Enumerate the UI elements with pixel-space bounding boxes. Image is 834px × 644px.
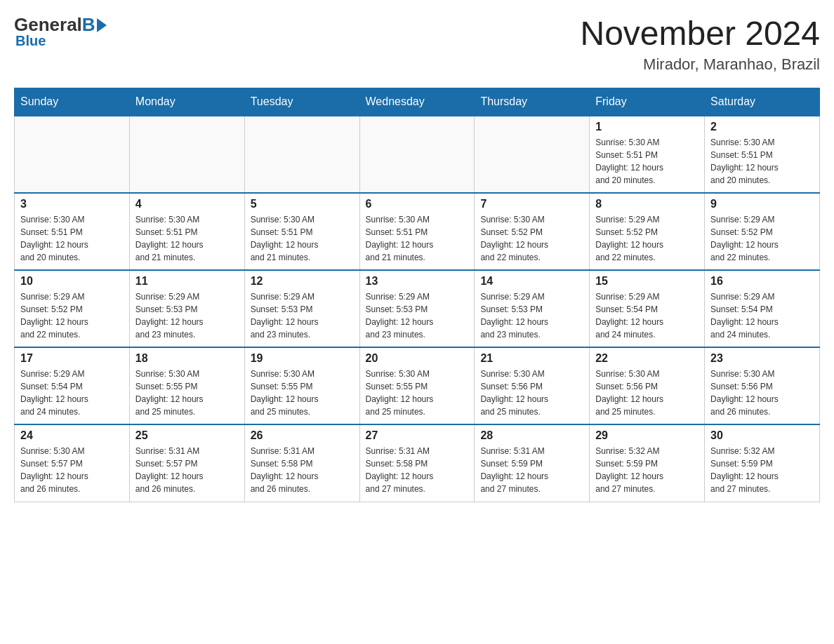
week-row-3: 10Sunrise: 5:29 AMSunset: 5:52 PMDayligh… — [15, 270, 820, 347]
calendar-cell-w3-d1: 10Sunrise: 5:29 AMSunset: 5:52 PMDayligh… — [15, 270, 130, 347]
calendar-cell-w2-d7: 9Sunrise: 5:29 AMSunset: 5:52 PMDaylight… — [705, 193, 820, 270]
day-number: 9 — [710, 198, 814, 210]
day-number: 24 — [20, 429, 124, 442]
day-number: 25 — [135, 429, 239, 442]
calendar-cell-w2-d6: 8Sunrise: 5:29 AMSunset: 5:52 PMDaylight… — [590, 193, 705, 270]
week-row-1: 1Sunrise: 5:30 AMSunset: 5:51 PMDaylight… — [15, 116, 820, 193]
calendar-cell-w3-d7: 16Sunrise: 5:29 AMSunset: 5:54 PMDayligh… — [705, 270, 820, 347]
location-title: Mirador, Maranhao, Brazil — [580, 55, 820, 74]
logo-arrow-icon — [97, 18, 107, 32]
calendar-header-row: Sunday Monday Tuesday Wednesday Thursday… — [15, 88, 820, 116]
day-number: 6 — [366, 198, 469, 210]
calendar-cell-w4-d3: 19Sunrise: 5:30 AMSunset: 5:55 PMDayligh… — [244, 347, 359, 424]
calendar-cell-w2-d3: 5Sunrise: 5:30 AMSunset: 5:51 PMDaylight… — [244, 193, 359, 270]
day-number: 20 — [366, 352, 469, 365]
day-number: 23 — [710, 352, 814, 365]
day-number: 30 — [710, 429, 814, 442]
col-thursday: Thursday — [475, 88, 590, 116]
day-info: Sunrise: 5:30 AMSunset: 5:51 PMDaylight:… — [710, 136, 814, 187]
day-number: 19 — [251, 352, 354, 365]
day-info: Sunrise: 5:29 AMSunset: 5:53 PMDaylight:… — [135, 290, 239, 341]
day-number: 15 — [595, 275, 699, 288]
col-friday: Friday — [590, 88, 705, 116]
week-row-4: 17Sunrise: 5:29 AMSunset: 5:54 PMDayligh… — [15, 347, 820, 424]
day-info: Sunrise: 5:29 AMSunset: 5:53 PMDaylight:… — [251, 290, 354, 341]
day-info: Sunrise: 5:29 AMSunset: 5:52 PMDaylight:… — [595, 213, 699, 264]
day-number: 26 — [251, 429, 354, 442]
day-info: Sunrise: 5:32 AMSunset: 5:59 PMDaylight:… — [710, 445, 814, 495]
day-info: Sunrise: 5:31 AMSunset: 5:59 PMDaylight:… — [480, 445, 583, 495]
calendar-cell-w5-d7: 30Sunrise: 5:32 AMSunset: 5:59 PMDayligh… — [705, 424, 820, 502]
calendar-cell-w1-d6: 1Sunrise: 5:30 AMSunset: 5:51 PMDaylight… — [590, 116, 705, 193]
calendar-cell-w5-d1: 24Sunrise: 5:30 AMSunset: 5:57 PMDayligh… — [15, 424, 130, 502]
calendar-cell-w3-d4: 13Sunrise: 5:29 AMSunset: 5:53 PMDayligh… — [359, 270, 475, 347]
calendar-cell-w1-d1 — [15, 116, 130, 193]
calendar-cell-w4-d7: 23Sunrise: 5:30 AMSunset: 5:56 PMDayligh… — [705, 347, 820, 424]
logo-blue-text: B — [82, 14, 107, 36]
day-info: Sunrise: 5:29 AMSunset: 5:54 PMDaylight:… — [20, 368, 124, 418]
calendar-cell-w3-d3: 12Sunrise: 5:29 AMSunset: 5:53 PMDayligh… — [244, 270, 359, 347]
day-number: 28 — [480, 429, 583, 442]
day-info: Sunrise: 5:30 AMSunset: 5:51 PMDaylight:… — [251, 213, 354, 264]
calendar-cell-w3-d2: 11Sunrise: 5:29 AMSunset: 5:53 PMDayligh… — [129, 270, 244, 347]
day-number: 3 — [20, 198, 124, 210]
col-monday: Monday — [129, 88, 244, 116]
calendar-cell-w1-d7: 2Sunrise: 5:30 AMSunset: 5:51 PMDaylight… — [705, 116, 820, 193]
calendar-cell-w5-d2: 25Sunrise: 5:31 AMSunset: 5:57 PMDayligh… — [129, 424, 244, 502]
calendar-table: Sunday Monday Tuesday Wednesday Thursday… — [14, 88, 820, 502]
day-info: Sunrise: 5:29 AMSunset: 5:53 PMDaylight:… — [480, 290, 583, 341]
day-number: 2 — [710, 121, 814, 133]
logo-subtitle: Blue — [15, 33, 46, 49]
day-info: Sunrise: 5:30 AMSunset: 5:56 PMDaylight:… — [595, 368, 699, 418]
calendar-cell-w2-d5: 7Sunrise: 5:30 AMSunset: 5:52 PMDaylight… — [475, 193, 590, 270]
day-info: Sunrise: 5:29 AMSunset: 5:52 PMDaylight:… — [710, 213, 814, 264]
day-info: Sunrise: 5:30 AMSunset: 5:51 PMDaylight:… — [595, 136, 699, 187]
col-tuesday: Tuesday — [244, 88, 359, 116]
calendar-cell-w3-d6: 15Sunrise: 5:29 AMSunset: 5:54 PMDayligh… — [590, 270, 705, 347]
day-number: 10 — [20, 275, 124, 288]
day-info: Sunrise: 5:30 AMSunset: 5:55 PMDaylight:… — [251, 368, 354, 418]
col-saturday: Saturday — [705, 88, 820, 116]
day-number: 11 — [135, 275, 239, 288]
calendar-cell-w4-d4: 20Sunrise: 5:30 AMSunset: 5:55 PMDayligh… — [359, 347, 475, 424]
day-number: 27 — [366, 429, 469, 442]
day-info: Sunrise: 5:30 AMSunset: 5:51 PMDaylight:… — [366, 213, 469, 264]
calendar-cell-w4-d5: 21Sunrise: 5:30 AMSunset: 5:56 PMDayligh… — [475, 347, 590, 424]
calendar-cell-w2-d4: 6Sunrise: 5:30 AMSunset: 5:51 PMDaylight… — [359, 193, 475, 270]
day-info: Sunrise: 5:30 AMSunset: 5:56 PMDaylight:… — [480, 368, 583, 418]
day-info: Sunrise: 5:30 AMSunset: 5:51 PMDaylight:… — [135, 213, 239, 264]
day-info: Sunrise: 5:29 AMSunset: 5:54 PMDaylight:… — [710, 290, 814, 341]
week-row-2: 3Sunrise: 5:30 AMSunset: 5:51 PMDaylight… — [15, 193, 820, 270]
day-number: 16 — [710, 275, 814, 288]
col-wednesday: Wednesday — [359, 88, 475, 116]
day-info: Sunrise: 5:29 AMSunset: 5:54 PMDaylight:… — [595, 290, 699, 341]
day-info: Sunrise: 5:30 AMSunset: 5:57 PMDaylight:… — [20, 445, 124, 495]
day-number: 13 — [366, 275, 469, 288]
calendar-cell-w4-d6: 22Sunrise: 5:30 AMSunset: 5:56 PMDayligh… — [590, 347, 705, 424]
calendar-cell-w1-d2 — [129, 116, 244, 193]
day-info: Sunrise: 5:31 AMSunset: 5:57 PMDaylight:… — [135, 445, 239, 495]
day-number: 8 — [595, 198, 699, 210]
calendar-cell-w5-d6: 29Sunrise: 5:32 AMSunset: 5:59 PMDayligh… — [590, 424, 705, 502]
month-title: November 2024 — [580, 14, 820, 53]
day-number: 14 — [480, 275, 583, 288]
day-info: Sunrise: 5:30 AMSunset: 5:51 PMDaylight:… — [20, 213, 124, 264]
logo: General B Blue — [14, 14, 107, 49]
day-number: 18 — [135, 352, 239, 365]
day-number: 17 — [20, 352, 124, 365]
calendar-cell-w1-d3 — [244, 116, 359, 193]
day-info: Sunrise: 5:32 AMSunset: 5:59 PMDaylight:… — [595, 445, 699, 495]
calendar-cell-w2-d2: 4Sunrise: 5:30 AMSunset: 5:51 PMDaylight… — [129, 193, 244, 270]
calendar-cell-w3-d5: 14Sunrise: 5:29 AMSunset: 5:53 PMDayligh… — [475, 270, 590, 347]
day-info: Sunrise: 5:31 AMSunset: 5:58 PMDaylight:… — [366, 445, 469, 495]
day-number: 22 — [595, 352, 699, 365]
day-info: Sunrise: 5:31 AMSunset: 5:58 PMDaylight:… — [251, 445, 354, 495]
calendar-cell-w4-d1: 17Sunrise: 5:29 AMSunset: 5:54 PMDayligh… — [15, 347, 130, 424]
day-number: 5 — [251, 198, 354, 210]
page-header: General B Blue November 2024 Mirador, Ma… — [14, 14, 820, 74]
title-block: November 2024 Mirador, Maranhao, Brazil — [580, 14, 820, 74]
day-info: Sunrise: 5:30 AMSunset: 5:52 PMDaylight:… — [480, 213, 583, 264]
day-number: 12 — [251, 275, 354, 288]
day-info: Sunrise: 5:29 AMSunset: 5:52 PMDaylight:… — [20, 290, 124, 341]
day-info: Sunrise: 5:30 AMSunset: 5:55 PMDaylight:… — [135, 368, 239, 418]
